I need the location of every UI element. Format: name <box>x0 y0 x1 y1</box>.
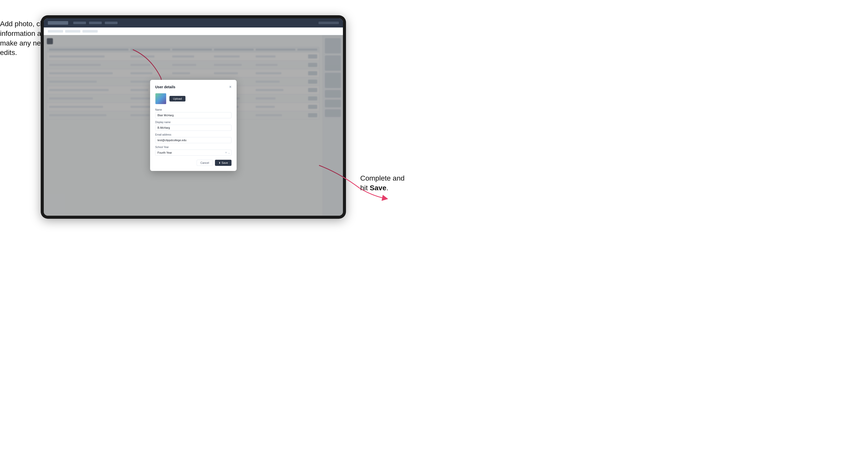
app-nav <box>73 22 118 24</box>
cancel-button[interactable]: Cancel <box>197 160 213 166</box>
email-input[interactable] <box>155 137 231 143</box>
annotation-right-line1: Complete and <box>360 174 404 182</box>
display-name-field-group: Display name <box>155 121 231 131</box>
modal-footer: Cancel ⬆ Save <box>155 160 231 166</box>
breadcrumb-2 <box>65 30 81 33</box>
tablet-screen: User details × Upload Name <box>44 18 343 216</box>
email-label: Email address <box>155 133 231 136</box>
breadcrumb-1 <box>48 30 63 33</box>
modal-header: User details × <box>155 85 231 89</box>
school-year-value: Fourth Year <box>157 151 172 154</box>
save-label: Save <box>222 161 228 164</box>
chevron-icon: ⌄ <box>228 151 230 154</box>
annotation-right-save-word: Save <box>370 184 386 192</box>
save-button[interactable]: ⬆ Save <box>215 160 231 166</box>
nav-item-2 <box>89 22 102 24</box>
clear-icon[interactable]: × <box>225 151 227 154</box>
school-year-field-group: School Year Fourth Year × ⌄ <box>155 146 231 156</box>
modal-close-button[interactable]: × <box>229 85 231 89</box>
photo-image <box>155 93 166 104</box>
user-photo-thumbnail <box>155 93 166 104</box>
photo-section: Upload <box>155 93 231 104</box>
name-label: Name <box>155 108 231 111</box>
upload-photo-button[interactable]: Upload <box>169 96 185 101</box>
app-logo <box>48 21 68 25</box>
display-name-input[interactable] <box>155 125 231 131</box>
select-icons: × ⌄ <box>225 151 230 154</box>
school-year-select-wrapper[interactable]: Fourth Year × ⌄ <box>155 150 231 156</box>
app-header-right <box>318 22 339 24</box>
main-content: User details × Upload Name <box>44 35 343 216</box>
annotation-right: Complete and hit Save. <box>360 174 431 193</box>
tablet-device: User details × Upload Name <box>41 15 346 219</box>
sub-header <box>44 28 343 35</box>
app-header <box>44 18 343 28</box>
nav-item-1 <box>73 22 86 24</box>
modal-overlay: User details × Upload Name <box>44 35 343 216</box>
nav-item-3 <box>105 22 118 24</box>
email-field-group: Email address <box>155 133 231 143</box>
name-input[interactable] <box>155 112 231 118</box>
save-icon: ⬆ <box>219 161 221 164</box>
breadcrumb-3 <box>83 30 98 33</box>
school-year-select[interactable]: Fourth Year × ⌄ <box>155 150 231 156</box>
user-details-modal: User details × Upload Name <box>150 80 237 171</box>
school-year-label: School Year <box>155 146 231 149</box>
modal-title: User details <box>155 85 175 89</box>
display-name-label: Display name <box>155 121 231 124</box>
name-field-group: Name <box>155 108 231 118</box>
